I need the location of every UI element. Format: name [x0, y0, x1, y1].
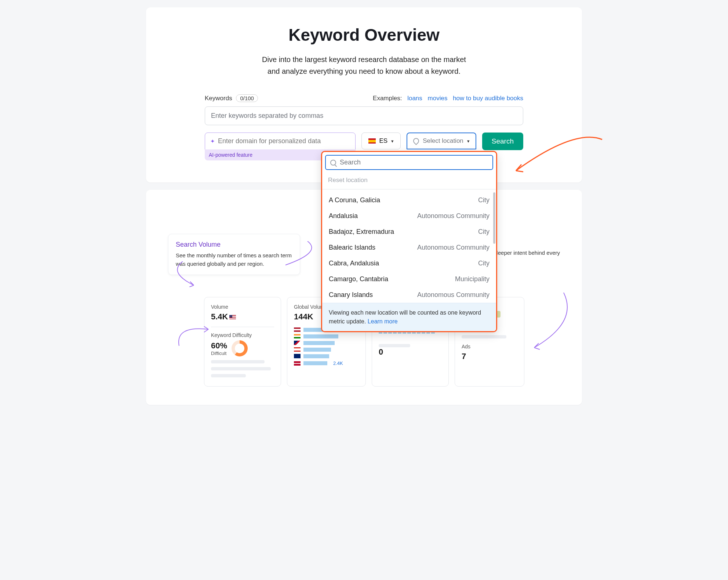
scrollbar-thumb[interactable] [493, 192, 495, 244]
search-icon [330, 160, 336, 166]
location-pin-icon [412, 137, 421, 145]
keyword-overview-card: Keyword Overview Dive into the largest k… [146, 7, 582, 182]
bar-value: 2.4K [333, 360, 343, 366]
kd-value: 60% [211, 341, 227, 351]
location-selector[interactable]: Select location ▾ [407, 133, 476, 149]
keywords-counter: 0/100 [236, 94, 258, 102]
reset-location-button[interactable]: Reset location [322, 173, 496, 189]
location-list[interactable]: A Coruna, GaliciaCity AndalusiaAutonomou… [322, 189, 496, 303]
results-value: 0 [379, 347, 442, 357]
location-dropdown: Reset location A Coruna, GaliciaCity And… [321, 151, 497, 332]
ads-label: Ads [462, 344, 517, 349]
benefit-body: See the monthly number of times a search… [176, 251, 292, 268]
flag-ca-icon [294, 347, 301, 352]
flag-gb-icon [294, 341, 301, 345]
flag-in-icon [294, 334, 301, 338]
location-option[interactable]: Cabra, AndalusiaCity [322, 255, 496, 271]
country-selector[interactable]: ES ▾ [361, 133, 401, 149]
example-link[interactable]: loans [407, 95, 422, 102]
example-link[interactable]: how to buy audible books [453, 95, 523, 102]
volume-label: Volume [211, 304, 274, 310]
flag-es-icon [368, 138, 376, 144]
kd-donut-icon [232, 340, 248, 356]
flag-us-icon [294, 327, 301, 332]
benefit-search-volume: Search Volume See the monthly number of … [168, 234, 300, 275]
location-option[interactable]: Canary IslandsAutonomous Community [322, 287, 496, 303]
example-link[interactable]: movies [428, 95, 448, 102]
keywords-input[interactable] [205, 106, 523, 125]
flag-us-icon [229, 315, 236, 319]
benefit-title: Search Volume [176, 241, 292, 249]
dropdown-note: Viewing each new location will be counte… [322, 303, 496, 331]
domain-input[interactable]: ✦ [205, 133, 356, 150]
flag-au-icon [294, 354, 301, 358]
learn-more-link[interactable]: Learn more [368, 318, 398, 325]
benefit-text-fragment: deeper intent behind every [495, 250, 560, 256]
location-option[interactable]: AndalusiaAutonomous Community [322, 208, 496, 224]
ads-value: 7 [462, 352, 517, 361]
chevron-down-icon: ▾ [391, 138, 394, 144]
examples-label: Examples: [373, 95, 402, 102]
sparkle-icon: ✦ [210, 138, 215, 145]
page-subtitle: Dive into the largest keyword research d… [205, 54, 523, 77]
page-title: Keyword Overview [205, 25, 523, 45]
location-option[interactable]: Camargo, CantabriaMunicipality [322, 271, 496, 287]
kd-label: Keyword Difficulty [211, 332, 274, 338]
location-option[interactable]: Balearic IslandsAutonomous Community [322, 240, 496, 255]
keywords-label: Keywords [205, 95, 232, 102]
location-option[interactable]: A Coruna, GaliciaCity [322, 192, 496, 208]
chevron-down-icon: ▾ [467, 138, 470, 144]
location-option[interactable]: Badajoz, ExtremaduraCity [322, 224, 496, 240]
kd-note: Difficult [211, 351, 227, 356]
search-button[interactable]: Search [482, 133, 523, 150]
flag-no-icon [294, 361, 301, 366]
volume-value: 5.4K [211, 312, 274, 322]
volume-card: Volume 5.4K Keyword Difficulty 60% Diffi… [204, 297, 281, 387]
location-search-input[interactable] [340, 159, 488, 166]
